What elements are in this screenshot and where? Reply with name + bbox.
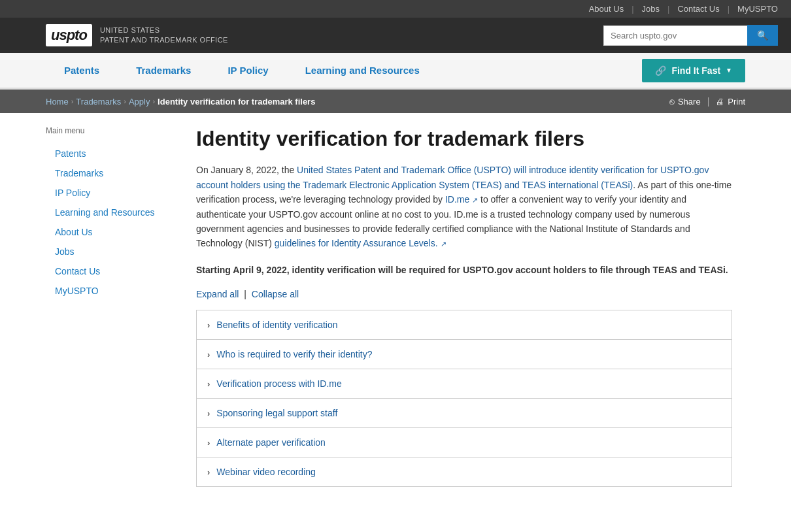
logo-subtitle-line1: UNITED STATES bbox=[100, 25, 228, 35]
top-bar: About Us | Jobs | Contact Us | MyUSPTO bbox=[0, 0, 791, 18]
accordion-item-5: › Alternate paper verification bbox=[197, 428, 732, 457]
accordion-header-1[interactable]: › Benefits of identity verification bbox=[197, 310, 732, 339]
expand-collapse-divider: | bbox=[244, 289, 246, 299]
print-icon: 🖨 bbox=[716, 97, 724, 107]
accordion-header-3[interactable]: › Verification process with ID.me bbox=[197, 369, 732, 398]
accordion-label-6: Webinar video recording bbox=[216, 467, 316, 477]
sidebar-item-learning[interactable]: Learning and Resources bbox=[46, 203, 177, 222]
chevron-right-icon: › bbox=[207, 320, 210, 330]
link-icon: 🔗 bbox=[655, 65, 666, 76]
sidebar: Main menu Patents Trademarks IP Policy L… bbox=[46, 126, 177, 492]
collapse-all-link[interactable]: Collapse all bbox=[252, 289, 299, 299]
logo-area: uspto UNITED STATES PATENT AND TRADEMARK… bbox=[46, 24, 228, 46]
print-label: Print bbox=[728, 97, 745, 107]
intro-paragraph: On January 8, 2022, the United States Pa… bbox=[196, 163, 732, 250]
sidebar-item-myuspto[interactable]: MyUSPTO bbox=[46, 282, 177, 300]
accordion-label-4: Sponsoring legal support staff bbox=[216, 408, 337, 418]
list-item: Trademarks bbox=[46, 164, 177, 182]
logo-subtitle: UNITED STATES PATENT AND TRADEMARK OFFIC… bbox=[100, 25, 228, 46]
sidebar-item-jobs[interactable]: Jobs bbox=[46, 242, 177, 261]
expand-collapse-controls: Expand all | Collapse all bbox=[196, 289, 732, 299]
chevron-down-icon: ▼ bbox=[726, 67, 732, 74]
accordion-item-3: › Verification process with ID.me bbox=[197, 369, 732, 399]
accordion-label-5: Alternate paper verification bbox=[216, 437, 326, 448]
chevron-right-icon: › bbox=[207, 438, 210, 448]
breadcrumb-sep-3: › bbox=[152, 97, 155, 105]
search-input[interactable] bbox=[603, 25, 747, 46]
topbar-about-us[interactable]: About Us bbox=[589, 4, 624, 14]
find-it-fast-button[interactable]: 🔗 Find It Fast ▼ bbox=[642, 59, 745, 82]
breadcrumb-home[interactable]: Home bbox=[46, 97, 69, 107]
nav-patents[interactable]: Patents bbox=[46, 53, 118, 90]
accordion-header-6[interactable]: › Webinar video recording bbox=[197, 457, 732, 486]
accordion-item-1: › Benefits of identity verification bbox=[197, 310, 732, 340]
nav-trademarks[interactable]: Trademarks bbox=[118, 53, 209, 90]
intro-link-nist[interactable]: guidelines for Identity Assurance Levels… bbox=[275, 238, 446, 248]
accordion-label-3: Verification process with ID.me bbox=[216, 378, 341, 389]
topbar-contact-us[interactable]: Contact Us bbox=[677, 4, 719, 14]
logo-subtitle-line2: PATENT AND TRADEMARK OFFICE bbox=[100, 35, 228, 45]
list-item: Contact Us bbox=[46, 262, 177, 280]
topbar-jobs[interactable]: Jobs bbox=[642, 4, 660, 14]
list-item: IP Policy bbox=[46, 184, 177, 202]
external-link-icon: ↗ bbox=[472, 196, 478, 204]
breadcrumb-actions: ⎋ Share | 🖨 Print bbox=[669, 96, 745, 107]
list-item: Learning and Resources bbox=[46, 203, 177, 222]
accordion-item-4: › Sponsoring legal support staff bbox=[197, 399, 732, 428]
bold-notice: Starting April 9, 2022, identity verific… bbox=[196, 263, 732, 277]
breadcrumb-action-divider: | bbox=[707, 96, 710, 107]
accordion-header-5[interactable]: › Alternate paper verification bbox=[197, 428, 732, 457]
sidebar-title: Main menu bbox=[46, 126, 177, 135]
search-area: 🔍 bbox=[603, 25, 778, 46]
topbar-divider-2: | bbox=[667, 4, 669, 14]
sidebar-item-trademarks[interactable]: Trademarks bbox=[46, 164, 177, 182]
search-button[interactable]: 🔍 bbox=[747, 25, 778, 46]
nav-links: Patents Trademarks IP Policy Learning an… bbox=[46, 53, 438, 88]
header: uspto UNITED STATES PATENT AND TRADEMARK… bbox=[0, 18, 791, 53]
topbar-divider-3: | bbox=[728, 4, 730, 14]
page-title: Identity verification for trademark file… bbox=[196, 126, 732, 151]
chevron-right-icon: › bbox=[207, 379, 210, 389]
external-link-icon-2: ↗ bbox=[441, 240, 446, 248]
sidebar-item-patents[interactable]: Patents bbox=[46, 144, 177, 163]
breadcrumb-trademarks[interactable]: Trademarks bbox=[76, 97, 121, 107]
sidebar-item-ip-policy[interactable]: IP Policy bbox=[46, 184, 177, 202]
nav-learning[interactable]: Learning and Resources bbox=[287, 53, 438, 90]
share-icon: ⎋ bbox=[669, 97, 675, 107]
breadcrumb-sep-1: › bbox=[71, 97, 74, 105]
list-item: Patents bbox=[46, 144, 177, 163]
sidebar-nav: Patents Trademarks IP Policy Learning an… bbox=[46, 144, 177, 300]
accordion-header-4[interactable]: › Sponsoring legal support staff bbox=[197, 399, 732, 427]
intro-link-uspto[interactable]: United States Patent and Trademark Offic… bbox=[196, 165, 709, 190]
main-content: Identity verification for trademark file… bbox=[196, 126, 732, 492]
accordion-item-6: › Webinar video recording bbox=[197, 457, 732, 486]
accordion: › Benefits of identity verification › Wh… bbox=[196, 310, 732, 487]
expand-all-link[interactable]: Expand all bbox=[196, 289, 239, 299]
print-link[interactable]: 🖨 Print bbox=[716, 97, 745, 107]
topbar-myuspto[interactable]: MyUSPTO bbox=[737, 4, 778, 14]
breadcrumb-apply[interactable]: Apply bbox=[129, 97, 150, 107]
chevron-right-icon: › bbox=[207, 467, 210, 477]
share-label: Share bbox=[678, 97, 701, 107]
accordion-header-2[interactable]: › Who is required to verify their identi… bbox=[197, 340, 732, 369]
topbar-divider-1: | bbox=[631, 4, 633, 14]
accordion-label-2: Who is required to verify their identity… bbox=[216, 349, 372, 359]
accordion-label-1: Benefits of identity verification bbox=[216, 320, 337, 330]
breadcrumb-bar: Home › Trademarks › Apply › Identity ver… bbox=[0, 90, 791, 113]
list-item: Jobs bbox=[46, 242, 177, 261]
intro-link-idme[interactable]: ID.me ↗ bbox=[445, 194, 478, 205]
logo-text: uspto bbox=[51, 27, 87, 43]
breadcrumb-current: Identity verification for trademark file… bbox=[158, 97, 315, 107]
logo-box: uspto bbox=[46, 24, 92, 46]
chevron-right-icon: › bbox=[207, 408, 210, 418]
share-link[interactable]: ⎋ Share bbox=[669, 97, 701, 107]
accordion-item-2: › Who is required to verify their identi… bbox=[197, 340, 732, 369]
nav-ip-policy[interactable]: IP Policy bbox=[209, 53, 286, 90]
sidebar-item-about-us[interactable]: About Us bbox=[46, 223, 177, 241]
bold-notice-text: Starting April 9, 2022, identity verific… bbox=[196, 265, 728, 275]
breadcrumb: Home › Trademarks › Apply › Identity ver… bbox=[46, 97, 315, 107]
chevron-right-icon: › bbox=[207, 350, 210, 359]
list-item: About Us bbox=[46, 223, 177, 241]
content-area: Main menu Patents Trademarks IP Policy L… bbox=[0, 113, 791, 505]
sidebar-item-contact-us[interactable]: Contact Us bbox=[46, 262, 177, 280]
